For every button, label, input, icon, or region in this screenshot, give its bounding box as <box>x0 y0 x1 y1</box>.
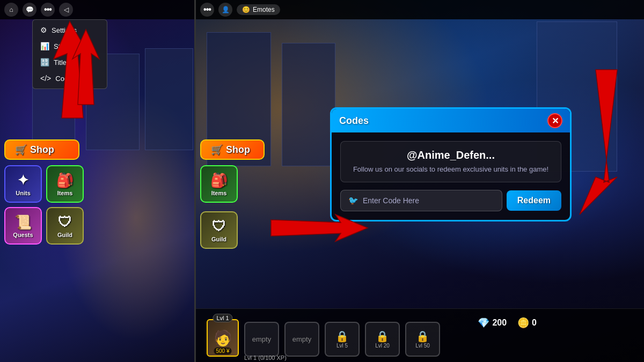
gem-icon: 💎 <box>478 317 489 329</box>
social-name: @Anime_Defen... <box>348 149 553 161</box>
settings-icon: ⚙ <box>40 26 47 34</box>
codes-header: Codes ✕ <box>332 109 570 132</box>
units-button[interactable]: ✦ Units <box>4 165 42 203</box>
slot-empty-2[interactable]: empty <box>284 322 319 357</box>
dropdown-titles[interactable]: 🔡 Titles <box>33 54 107 70</box>
icon-grid: ✦ Units 🎒 Items 📜 Quests 🛡 Guild <box>4 165 84 245</box>
player-card: Lvl 1 🧑 500 ¥ empty empty 🔒 Lvl 5 <box>207 319 440 357</box>
shop-button[interactable]: 🛒 Shop <box>4 139 79 160</box>
right-menu-button[interactable]: ••• <box>200 3 214 17</box>
dropdown-codes[interactable]: </> Codes <box>33 70 107 86</box>
slot-3-label: Lvl 5 <box>336 343 348 349</box>
right-guild-button[interactable]: 🛡 Guild <box>200 211 238 249</box>
items-label: Items <box>57 190 73 196</box>
player-coins: 500 ¥ <box>214 348 231 354</box>
social-box: @Anime_Defen... Follow us on our socials… <box>340 141 561 182</box>
quests-button[interactable]: 📜 Quests <box>4 207 42 245</box>
dropdown-statistics[interactable]: 📊 Statistics <box>33 38 107 54</box>
menu-button[interactable]: ••• <box>41 3 55 17</box>
redeem-button[interactable]: Redeem <box>507 190 561 211</box>
units-label: Units <box>16 190 31 196</box>
titles-label: Titles <box>54 58 70 67</box>
slot-locked-5: 🔒 Lvl 5 <box>325 322 360 357</box>
bottom-bar: 💎 200 🪙 0 Lvl 1 🧑 500 ¥ empty <box>196 308 644 362</box>
right-shop-label: Shop <box>226 144 250 156</box>
guild-label: Guild <box>57 232 72 238</box>
lock-icon-50: 🔒 <box>416 330 429 343</box>
redeem-label: Redeem <box>517 196 551 205</box>
slot-4-label: Lvl 20 <box>375 343 390 349</box>
codes-title: Codes <box>339 115 369 127</box>
units-icon: ✦ <box>17 172 29 189</box>
social-desc: Follow us on our socials to redeem exclu… <box>348 165 553 174</box>
left-panel: ⌂ 💬 ••• ◁ ⚙ Settings 📊 Statistics 🔡 Titl… <box>0 0 196 362</box>
right-items-label: Items <box>211 190 227 196</box>
player-sprite: 🧑 <box>214 329 232 347</box>
currency-display: 💎 200 🪙 0 <box>478 317 537 329</box>
left-topbar: ⌂ 💬 ••• ◁ <box>0 0 194 19</box>
menu-dots: ••• <box>44 5 52 14</box>
emotes-icon: 😊 <box>242 6 250 13</box>
player-avatar: Lvl 1 🧑 500 ¥ <box>207 319 239 357</box>
statistics-icon: 📊 <box>40 42 49 50</box>
codes-modal: Codes ✕ @Anime_Defen... Follow us on our… <box>330 107 572 221</box>
home-button[interactable]: ⌂ <box>4 3 18 17</box>
statistics-label: Statistics <box>54 42 82 50</box>
dropdown-settings[interactable]: ⚙ Settings <box>33 22 107 38</box>
left-game-ui: 🛒 Shop ✦ Units 🎒 Items 📜 Quests 🛡 Guild <box>4 139 84 245</box>
twitter-icon: 🐦 <box>348 196 358 205</box>
right-profile-button[interactable]: 👤 <box>218 3 232 17</box>
player-level: Lvl 1 <box>213 314 232 322</box>
gem-count: 200 <box>492 318 507 328</box>
right-shop-icon: 🛒 <box>211 144 223 156</box>
slot-locked-20: 🔒 Lvl 20 <box>365 322 400 357</box>
coin-icon: 🪙 <box>517 317 529 329</box>
shop-label: Shop <box>30 144 54 156</box>
dropdown-menu: ⚙ Settings 📊 Statistics 🔡 Titles </> Cod… <box>32 19 107 89</box>
code-input-row: 🐦 Enter Code Here Redeem <box>340 190 561 211</box>
back-button[interactable]: ◁ <box>59 3 73 17</box>
right-menu-dots: ••• <box>203 5 211 14</box>
input-placeholder: Enter Code Here <box>363 196 419 205</box>
lock-icon-5: 🔒 <box>335 330 349 343</box>
codes-label: Codes <box>55 75 76 83</box>
shop-icon: 🛒 <box>15 144 27 156</box>
items-icon: 🎒 <box>56 172 74 189</box>
close-button[interactable]: ✕ <box>547 113 562 128</box>
right-shop-button[interactable]: 🛒 Shop <box>200 139 265 160</box>
chat-button[interactable]: 💬 <box>23 3 36 17</box>
right-guild-label: Guild <box>211 236 226 242</box>
right-game-ui: 🛒 Shop 🎒 Items 🛡 Guild <box>200 139 265 249</box>
settings-label: Settings <box>52 26 77 34</box>
coin-currency: 🪙 0 <box>517 317 537 329</box>
codes-body: @Anime_Defen... Follow us on our socials… <box>332 132 570 220</box>
codes-icon: </> <box>40 74 51 83</box>
xp-label: Lvl 1 (0/100 XP) <box>244 354 287 361</box>
lock-icon-20: 🔒 <box>376 330 389 343</box>
right-guild-icon: 🛡 <box>212 218 226 235</box>
slot-empty-1[interactable]: empty <box>244 322 279 357</box>
quests-label: Quests <box>13 232 33 238</box>
emotes-button[interactable]: 😊 Emotes <box>237 4 280 15</box>
right-panel: ••• 👤 😊 Emotes 🛒 Shop 🎒 Items 🛡 Guild Co… <box>196 0 644 362</box>
emotes-label: Emotes <box>253 6 275 13</box>
right-topbar: ••• 👤 😊 Emotes <box>196 0 644 19</box>
close-icon: ✕ <box>552 116 559 126</box>
slot-locked-50: 🔒 Lvl 50 <box>405 322 440 357</box>
coin-count: 0 <box>532 318 537 328</box>
gem-currency: 💎 200 <box>478 317 507 329</box>
right-icon-grid: 🎒 Items 🛡 Guild <box>200 165 265 249</box>
right-items-icon: 🎒 <box>210 172 228 189</box>
slot-5-label: Lvl 50 <box>415 343 430 349</box>
slot-1-label: empty <box>252 335 271 343</box>
quests-icon: 📜 <box>14 214 32 231</box>
code-input-display[interactable]: 🐦 Enter Code Here <box>340 190 502 211</box>
guild-button[interactable]: 🛡 Guild <box>46 207 84 245</box>
guild-icon: 🛡 <box>58 214 72 231</box>
items-button[interactable]: 🎒 Items <box>46 165 84 203</box>
right-items-button[interactable]: 🎒 Items <box>200 165 238 203</box>
slot-2-label: empty <box>292 335 311 343</box>
titles-icon: 🔡 <box>40 58 49 67</box>
